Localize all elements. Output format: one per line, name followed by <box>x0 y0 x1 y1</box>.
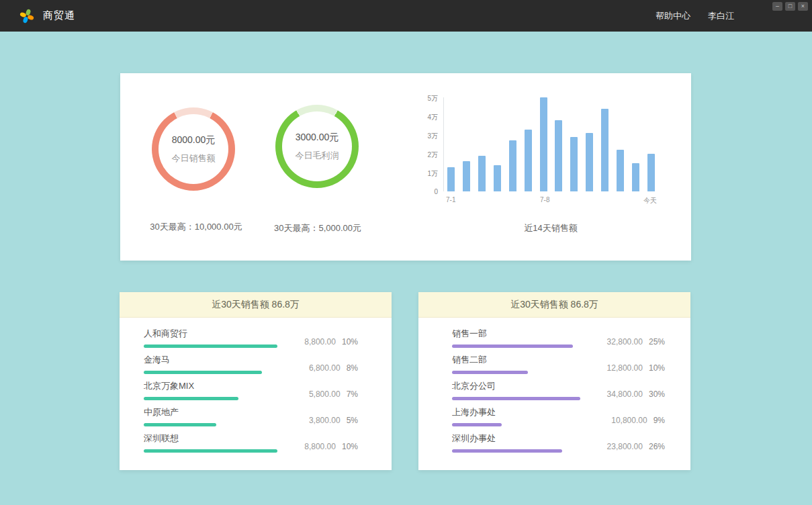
y-axis: 5万4万3万2万1万0 <box>419 97 438 191</box>
progress-bar <box>452 423 502 426</box>
row-percent: 30% <box>649 389 665 399</box>
today-sales-value: 8000.00元 <box>172 134 216 146</box>
progress-track <box>144 397 283 400</box>
chart-caption: 近14天销售额 <box>443 222 658 234</box>
list-item: 北京分公司 34,800.0030% <box>418 382 690 400</box>
y-axis-tick: 0 <box>419 188 438 195</box>
progress-track <box>452 423 590 426</box>
progress-track <box>144 423 283 426</box>
list-item: 中原地产 3,800.005% <box>120 408 392 426</box>
row-value: 10,800.00 <box>611 416 647 425</box>
app-title: 商贸通 <box>43 9 75 22</box>
row-value: 6,800.00 <box>309 363 341 373</box>
y-axis-tick: 4万 <box>419 113 438 122</box>
chart-bar <box>632 163 639 191</box>
progress-bar <box>452 397 580 400</box>
maximize-button[interactable]: □ <box>785 2 795 11</box>
app-logo-icon <box>19 8 35 24</box>
row-name: 深圳联想 <box>144 432 283 445</box>
progress-bar <box>144 371 262 374</box>
progress-bar <box>452 449 562 453</box>
customer-sales-list: 人和商贸行 8,800.0010% 金海马 6,800.008% 北京万象MIX <box>120 318 392 453</box>
chart-bar <box>617 150 624 191</box>
chart-bar <box>586 133 593 191</box>
y-axis-tick: 1万 <box>419 169 438 179</box>
chart-bar <box>570 137 578 191</box>
row-value: 32,800.00 <box>607 337 643 347</box>
row-value: 23,800.00 <box>607 442 643 451</box>
progress-track <box>452 345 590 348</box>
row-percent: 25% <box>649 337 665 347</box>
row-name: 销售二部 <box>452 354 590 366</box>
row-value: 5,800.00 <box>309 389 341 399</box>
row-percent: 5% <box>347 416 358 425</box>
row-percent: 10% <box>342 442 358 451</box>
x-axis-tick: 7-1 <box>446 196 455 203</box>
chart-bar <box>555 120 562 191</box>
list-item: 金海马 6,800.008% <box>120 356 392 374</box>
chart-bar <box>494 165 501 191</box>
progress-track <box>452 449 590 453</box>
progress-bar <box>144 423 216 426</box>
row-percent: 7% <box>347 389 358 399</box>
row-name: 深圳办事处 <box>452 432 590 445</box>
progress-bar <box>452 371 528 374</box>
progress-track <box>144 345 283 348</box>
help-center-link[interactable]: 帮助中心 <box>656 10 690 22</box>
titlebar: 商贸通 帮助中心 李白江 – □ × <box>0 0 812 32</box>
card-title: 近30天销售额 86.8万 <box>418 292 690 318</box>
sales-30day-max: 30天最高：10,000.00元 <box>129 221 263 233</box>
list-item: 销售二部 12,800.0010% <box>418 356 690 374</box>
titlebar-left: 商贸通 <box>19 8 75 24</box>
progress-track <box>452 371 590 374</box>
progress-bar <box>452 345 573 348</box>
department-sales-card: 近30天销售额 86.8万 销售一部 32,800.0025% 销售二部 12,… <box>418 292 690 470</box>
progress-track <box>144 371 283 374</box>
minimize-button[interactable]: – <box>772 2 782 11</box>
sales-bar-chart-plot <box>443 97 658 191</box>
list-item: 上海办事处 10,800.009% <box>418 408 690 426</box>
chart-bar <box>509 140 516 191</box>
x-axis-tick: 今天 <box>643 196 657 205</box>
chart-bar <box>525 130 532 191</box>
row-percent: 8% <box>347 363 358 373</box>
today-profit-value: 3000.00元 <box>296 132 339 144</box>
row-percent: 9% <box>653 416 665 425</box>
overview-card: 8000.00元 今日销售额 30天最高：10,000.00元 3000.00元… <box>120 73 691 261</box>
row-value: 8,800.00 <box>304 337 336 347</box>
progress-bar <box>144 345 277 348</box>
chart-bar <box>601 109 608 191</box>
row-value: 8,800.00 <box>304 442 336 451</box>
titlebar-right: 帮助中心 李白江 <box>656 10 734 22</box>
row-percent: 26% <box>649 442 665 451</box>
row-percent: 10% <box>342 337 358 347</box>
list-item: 深圳办事处 23,800.0026% <box>418 434 690 453</box>
close-button[interactable]: × <box>798 2 808 11</box>
list-item: 深圳联想 8,800.0010% <box>120 434 392 453</box>
department-sales-list: 销售一部 32,800.0025% 销售二部 12,800.0010% 北京分公… <box>418 318 690 453</box>
progress-bar <box>144 449 277 453</box>
row-name: 北京分公司 <box>452 380 590 392</box>
user-name-link[interactable]: 李白江 <box>708 10 734 22</box>
chart-bar <box>540 97 547 191</box>
x-axis: 7-1 7-8 今天 <box>443 196 658 205</box>
row-value: 34,800.00 <box>607 389 643 399</box>
x-axis-tick: 7-8 <box>540 196 549 203</box>
chart-bar <box>647 154 655 191</box>
donut-inner: 3000.00元 今日毛利润 <box>282 111 352 181</box>
list-item: 北京万象MIX 5,800.007% <box>120 382 392 400</box>
donut-inner: 8000.00元 今日销售额 <box>159 114 228 184</box>
today-sales-donut-chart: 8000.00元 今日销售额 <box>152 107 235 191</box>
progress-track <box>144 449 283 453</box>
y-axis-tick: 2万 <box>419 150 438 160</box>
today-profit-donut-chart: 3000.00元 今日毛利润 <box>275 105 359 188</box>
window-controls: – □ × <box>772 2 808 11</box>
card-title: 近30天销售额 86.8万 <box>120 292 392 318</box>
row-name: 销售一部 <box>452 328 590 340</box>
chart-bar <box>463 161 470 191</box>
customer-sales-card: 近30天销售额 86.8万 人和商贸行 8,800.0010% 金海马 6,80… <box>120 292 392 470</box>
today-profit-label: 今日毛利润 <box>296 150 339 162</box>
profit-30day-max: 30天最高：5,000.00元 <box>251 222 385 234</box>
list-item: 销售一部 32,800.0025% <box>418 330 690 348</box>
progress-bar <box>144 397 238 400</box>
